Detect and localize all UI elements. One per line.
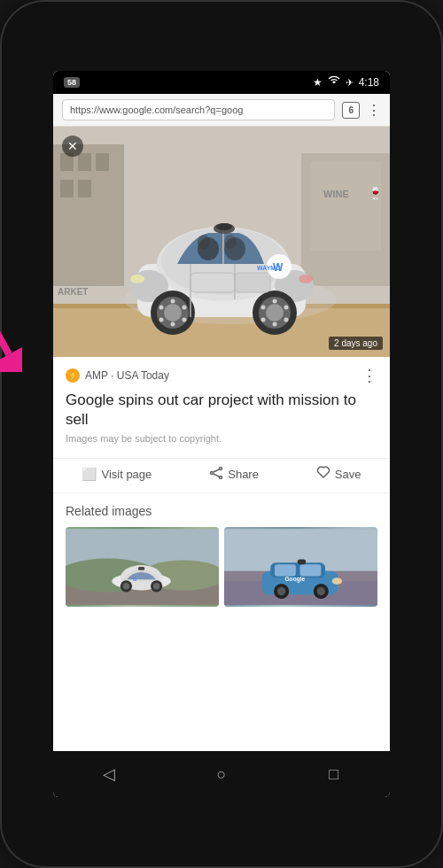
browser-menu-button[interactable]: ⋮ <box>367 102 381 119</box>
status-left: 58 <box>64 77 80 88</box>
svg-rect-13 <box>310 162 381 251</box>
save-button[interactable]: Save <box>316 466 361 482</box>
save-label: Save <box>335 468 361 481</box>
source-left: ⚡ AMP · USA Today <box>66 368 169 383</box>
source-line: ⚡ AMP · USA Today ⋮ <box>66 366 377 385</box>
source-name: AMP · USA Today <box>85 369 169 382</box>
status-bar: 58 ★ ✈ 4:18 <box>53 71 390 94</box>
svg-point-37 <box>273 299 277 304</box>
svg-rect-9 <box>78 180 91 198</box>
svg-point-41 <box>261 318 266 322</box>
svg-point-50 <box>216 223 232 230</box>
recents-button[interactable]: □ <box>312 756 356 792</box>
bluetooth-icon: ★ <box>313 76 323 89</box>
svg-point-36 <box>266 304 284 322</box>
back-button[interactable]: ◁ <box>87 756 131 792</box>
phone-frame: 58 ★ ✈ 4:18 ht <box>0 0 443 868</box>
home-button[interactable]: ○ <box>199 756 244 792</box>
svg-text:WAYMO: WAYMO <box>257 265 281 271</box>
article-menu-button[interactable]: ⋮ <box>361 366 377 385</box>
article-title: Google spins out car project with missio… <box>66 391 377 430</box>
svg-rect-44 <box>235 273 270 292</box>
svg-text:G: G <box>133 577 137 582</box>
svg-rect-85 <box>275 564 296 576</box>
wifi-icon <box>328 76 340 89</box>
svg-point-28 <box>171 299 175 304</box>
content-area: ✕ ARKET THE MARKET <box>53 127 390 751</box>
share-button[interactable]: Share <box>209 467 259 482</box>
nav-bar: ◁ ○ □ <box>53 751 390 797</box>
close-button[interactable]: ✕ <box>62 136 83 157</box>
svg-point-32 <box>159 318 164 322</box>
svg-point-88 <box>277 587 286 596</box>
svg-rect-7 <box>96 153 109 171</box>
related-image-2[interactable]: Google <box>224 527 377 607</box>
svg-point-59 <box>220 476 222 478</box>
svg-point-72 <box>123 583 130 590</box>
svg-point-30 <box>183 318 187 322</box>
airplane-icon: ✈ <box>346 77 354 89</box>
share-label: Share <box>228 468 259 481</box>
svg-text:Google: Google <box>284 576 305 583</box>
svg-point-31 <box>171 322 175 327</box>
svg-line-61 <box>214 469 220 471</box>
svg-point-58 <box>220 467 222 469</box>
svg-point-90 <box>317 587 326 596</box>
svg-text:WINE: WINE <box>323 189 349 199</box>
visit-page-icon: ⬜ <box>82 467 97 481</box>
svg-point-42 <box>261 306 266 310</box>
svg-point-74 <box>153 583 160 590</box>
related-images-title: Related images <box>66 504 377 518</box>
svg-text:ARKET: ARKET <box>58 287 88 297</box>
svg-line-62 <box>214 473 220 476</box>
url-input[interactable]: https://www.google.com/search?q=goog <box>62 99 335 120</box>
phone-screen: 58 ★ ✈ 4:18 ht <box>53 71 390 797</box>
svg-point-54 <box>224 235 237 249</box>
svg-line-1 <box>0 266 9 354</box>
notification-badge: 58 <box>64 77 80 88</box>
svg-point-55 <box>130 275 144 283</box>
address-bar: https://www.google.com/search?q=goog 6 ⋮ <box>53 94 390 127</box>
article-info: ⚡ AMP · USA Today ⋮ Google spins out car… <box>53 357 390 459</box>
svg-point-27 <box>164 304 182 322</box>
visit-page-label: Visit page <box>101 468 152 481</box>
svg-rect-91 <box>298 560 307 565</box>
tab-count-badge[interactable]: 6 <box>342 102 360 119</box>
svg-rect-75 <box>138 567 145 570</box>
related-image-1[interactable]: G <box>66 527 219 607</box>
svg-point-56 <box>299 275 313 283</box>
svg-rect-6 <box>78 153 91 171</box>
save-icon <box>316 466 330 482</box>
related-images-section: Related images <box>53 493 390 614</box>
svg-point-93 <box>332 578 342 585</box>
action-buttons: ⬜ Visit page Share <box>53 459 390 493</box>
svg-point-29 <box>183 306 187 310</box>
amp-icon: ⚡ <box>66 368 80 383</box>
status-time: 4:18 <box>359 76 379 89</box>
image-timestamp: 2 days ago <box>329 337 383 350</box>
related-images-grid: G <box>66 527 377 607</box>
annotation-arrow <box>0 257 22 376</box>
visit-page-button[interactable]: ⬜ Visit page <box>82 467 152 481</box>
share-icon <box>209 467 223 482</box>
status-right: ★ ✈ 4:18 <box>313 76 379 89</box>
svg-text:🍷: 🍷 <box>368 186 384 201</box>
svg-point-38 <box>284 306 289 310</box>
svg-rect-8 <box>60 180 74 198</box>
main-image-container: ✕ ARKET THE MARKET <box>53 127 390 357</box>
svg-point-39 <box>284 318 289 322</box>
svg-rect-43 <box>190 273 235 292</box>
svg-point-52 <box>198 235 210 249</box>
copyright-note: Images may be subject to copyright. <box>66 433 377 444</box>
svg-point-60 <box>211 471 214 474</box>
svg-point-40 <box>273 322 277 327</box>
svg-rect-86 <box>300 564 322 576</box>
svg-point-33 <box>159 306 164 310</box>
car-scene-svg: ARKET THE MARKET WINE 🍷 <box>53 127 390 357</box>
